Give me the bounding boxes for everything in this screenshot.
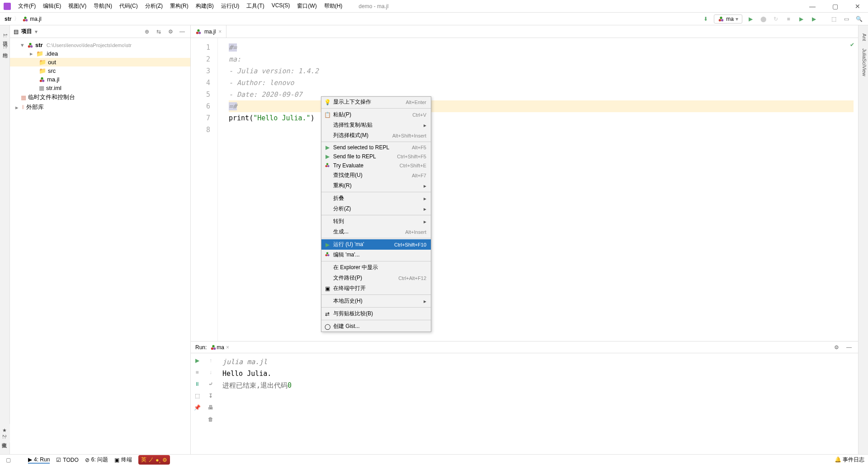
run-with-button[interactable]: ▶ — [797, 14, 806, 24]
right-tab[interactable]: Ant — [859, 30, 868, 45]
up-icon[interactable]: ↑ — [206, 356, 215, 365]
stop-icon[interactable]: ■ — [193, 368, 202, 377]
tree-folder-src[interactable]: 📁src — [10, 66, 190, 75]
menu-item[interactable]: 构建(B) — [193, 1, 217, 11]
bottom-tab[interactable]: ▣终端 — [114, 456, 132, 464]
pin-icon[interactable]: 📌 — [193, 403, 202, 412]
menu-item[interactable]: 帮助(H) — [321, 1, 345, 11]
left-tab[interactable]: 1:项目 — [0, 30, 9, 41]
context-menu-item[interactable]: 编辑 'ma'... — [321, 250, 431, 260]
menu-item[interactable]: 导航(N) — [91, 1, 115, 11]
layout-button[interactable]: ⬚ — [829, 14, 838, 24]
menu-item[interactable]: 分析(Z) — [142, 1, 165, 11]
clear-icon[interactable]: 🗑 — [206, 415, 215, 424]
svg-point-19 — [327, 165, 330, 167]
menu-item[interactable]: 编辑(E) — [40, 1, 64, 11]
editor-content[interactable]: 12345678 #=ma:- Julia version: 1.4.2- Au… — [191, 38, 858, 341]
tree-folder-idea[interactable]: ▸📁.idea — [10, 49, 190, 58]
context-menu-item[interactable]: Try EvaluateCtrl+Shift+E — [321, 161, 431, 170]
context-menu-item[interactable]: ▶Send selected to REPLAlt+F5 — [321, 143, 431, 152]
stop-button[interactable]: ■ — [784, 14, 793, 24]
run-output[interactable]: julia ma.jlHello Julia.进程已结束,退出代码0 — [218, 353, 858, 454]
context-menu-item[interactable]: 折叠▸ — [321, 193, 431, 204]
soft-wrap-icon[interactable]: ⤶ — [206, 380, 215, 389]
tree-root[interactable]: ▾ strC:\Users\lenovo\IdeaProjects\demo\s… — [10, 41, 190, 49]
menu-item[interactable]: 视图(V) — [66, 1, 89, 11]
tree-file-ma[interactable]: ma.jl — [10, 75, 190, 84]
favorites-tab[interactable]: ★ 2:收藏夹 — [0, 424, 9, 442]
svg-point-23 — [326, 252, 329, 255]
tree-scratches[interactable]: ▦临时文件和控制台 — [10, 92, 190, 102]
context-menu-item[interactable]: 查找使用(U)Alt+F7 — [321, 170, 431, 180]
context-menu-item[interactable]: 选择性复制/粘贴▸ — [321, 120, 431, 130]
menu-item[interactable]: 运行(U) — [218, 1, 242, 11]
search-icon[interactable]: 🔍 — [854, 14, 863, 24]
down-icon[interactable]: ↓ — [206, 368, 215, 377]
tree-external-libs[interactable]: ▸⫴外部库 — [10, 102, 190, 112]
breadcrumb-project[interactable]: str — [5, 16, 11, 22]
ime-widget[interactable]: 英ノ●¸⚙ — [138, 455, 170, 465]
menu-item[interactable]: 文件(F) — [15, 1, 38, 11]
menu-item[interactable]: 重构(R) — [167, 1, 191, 11]
editor-tab-ma[interactable]: ma.jl × — [191, 25, 226, 38]
tool-windows-icon[interactable]: ▢ — [4, 456, 13, 465]
left-tab[interactable]: 2:结构 — [0, 41, 9, 52]
svg-point-17 — [212, 345, 215, 347]
scroll-icon[interactable]: ↧ — [206, 391, 215, 400]
bottom-tab[interactable]: ☑TODO — [56, 456, 78, 464]
hide-panel-icon[interactable]: — — [178, 27, 187, 36]
context-menu-item[interactable]: 💡显示上下文操作Alt+Enter — [321, 97, 431, 107]
context-menu-item[interactable]: 生成...Alt+Insert — [321, 227, 431, 237]
context-menu-item[interactable]: 本地历史(H)▸ — [321, 296, 431, 306]
context-menu-item[interactable]: 转到▸ — [321, 216, 431, 227]
maximize-icon[interactable]: ▢ — [828, 3, 842, 10]
right-tab[interactable]: JuliaSciView — [859, 45, 868, 80]
app-icon — [4, 3, 11, 10]
run-anything-button[interactable]: ▶ — [809, 14, 818, 24]
print-icon[interactable]: 🖶 — [206, 403, 215, 412]
close-run-tab-icon[interactable]: × — [226, 344, 229, 351]
settings-icon[interactable]: ⚙ — [166, 27, 175, 36]
inspection-ok-icon[interactable]: ✔ — [850, 42, 854, 48]
close-icon[interactable]: ✕ — [851, 3, 864, 10]
context-menu-item[interactable]: 分析(Z)▸ — [321, 204, 431, 214]
context-menu-item[interactable]: ▣在终端中打开 — [321, 283, 431, 294]
context-menu-item[interactable]: ▶运行 (U) 'ma'Ctrl+Shift+F10 — [321, 239, 431, 250]
menu-item[interactable]: 窗口(W) — [294, 1, 319, 11]
pause-icon[interactable]: ⏸ — [193, 380, 202, 389]
event-log-button[interactable]: 🔔 事件日志 — [835, 456, 864, 464]
tree-file-iml[interactable]: ▦str.iml — [10, 84, 190, 92]
context-menu-item[interactable]: ▶Send file to REPLCtrl+Shift+F5 — [321, 152, 431, 161]
context-menu-item[interactable]: 重构(R)▸ — [321, 180, 431, 191]
hide-run-icon[interactable]: — — [844, 343, 854, 352]
breadcrumb: str 〉 ma.jl — [5, 15, 42, 23]
minimize-icon[interactable]: — — [806, 3, 819, 10]
layout-icon[interactable]: ⬚ — [193, 391, 202, 400]
collapse-icon[interactable]: ⇆ — [154, 27, 163, 36]
close-tab-icon[interactable]: × — [218, 28, 222, 35]
context-menu-item[interactable]: ⇄与剪贴板比较(B) — [321, 308, 431, 319]
context-menu-item[interactable]: 文件路径(P)Ctrl+Alt+F12 — [321, 273, 431, 283]
tree-folder-out[interactable]: 📁out — [10, 58, 190, 66]
presentation-button[interactable]: ▭ — [842, 14, 851, 24]
context-menu-item[interactable]: 列选择模式(M)Alt+Shift+Insert — [321, 130, 431, 141]
rerun-icon[interactable]: ▶ — [193, 356, 202, 365]
breadcrumb-file[interactable]: ma.jl — [22, 16, 41, 22]
run-config-selector[interactable]: ma ▾ — [714, 14, 742, 24]
coverage-button[interactable]: ↻ — [771, 14, 780, 24]
context-menu-item[interactable]: ◯创建 Gist... — [321, 321, 431, 332]
context-menu-item[interactable]: 在 Explorer 中显示 — [321, 262, 431, 273]
menu-item[interactable]: 代码(C) — [117, 1, 141, 11]
menu-item[interactable]: 工具(T) — [244, 1, 267, 11]
run-button[interactable]: ▶ — [746, 14, 755, 24]
menu-item[interactable]: VCS(S) — [269, 1, 293, 11]
bottom-tab[interactable]: ⊘6: 问题 — [85, 456, 108, 464]
debug-button[interactable]: ⬤ — [759, 14, 768, 24]
build-icon[interactable]: ⬇ — [701, 14, 710, 24]
run-settings-icon[interactable]: ⚙ — [832, 343, 841, 352]
bottom-tab[interactable]: ▶4: Run — [28, 456, 50, 464]
svg-point-22 — [327, 254, 330, 256]
locate-icon[interactable]: ⊕ — [142, 27, 151, 36]
code[interactable]: #=ma:- Julia version: 1.4.2- Author: len… — [224, 38, 858, 341]
context-menu-item[interactable]: 📋粘贴(P)Ctrl+V — [321, 109, 431, 120]
